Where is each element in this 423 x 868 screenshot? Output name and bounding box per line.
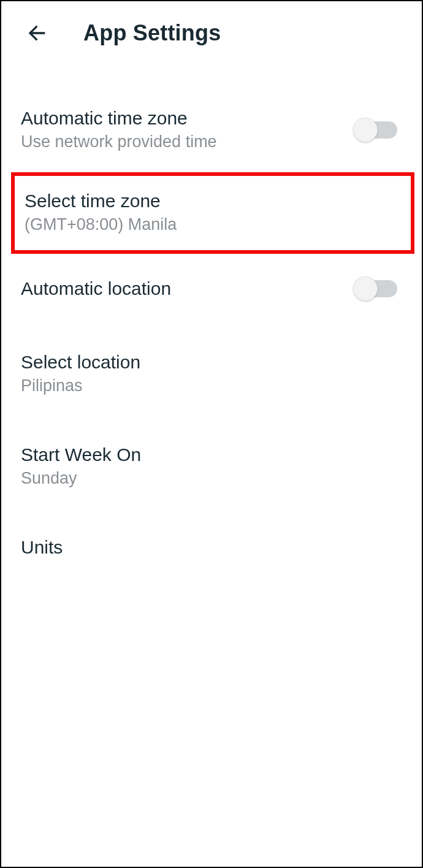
automatic-location-row[interactable]: Automatic location <box>1 260 422 318</box>
settings-list: Automatic time zone Use network provided… <box>1 59 422 573</box>
setting-text-block: Automatic location <box>21 278 171 299</box>
start-week-on-row[interactable]: Start Week On Sunday <box>1 432 422 503</box>
setting-text-block: Select location Pilipinas <box>21 352 140 395</box>
setting-text-block: Select time zone (GMT+08:00) Manila <box>25 191 177 234</box>
setting-title: Automatic location <box>21 278 171 299</box>
units-row[interactable]: Units <box>1 525 422 573</box>
back-button[interactable] <box>23 20 50 47</box>
setting-title: Start Week On <box>21 444 141 465</box>
app-settings-screen: App Settings Automatic time zone Use net… <box>0 0 423 868</box>
automatic-time-zone-row[interactable]: Automatic time zone Use network provided… <box>1 96 422 166</box>
spacer <box>1 410 422 432</box>
setting-subtitle: (GMT+08:00) Manila <box>25 215 177 234</box>
spacer <box>1 503 422 525</box>
setting-subtitle: Pilipinas <box>21 376 140 395</box>
select-location-row[interactable]: Select location Pilipinas <box>1 340 422 410</box>
automatic-time-zone-toggle[interactable] <box>357 121 397 139</box>
arrow-left-icon <box>25 21 49 45</box>
page-title: App Settings <box>83 20 221 46</box>
toggle-knob <box>353 118 378 142</box>
setting-title: Automatic time zone <box>21 108 217 129</box>
setting-subtitle: Sunday <box>21 469 141 488</box>
setting-title: Units <box>21 537 402 558</box>
setting-title: Select time zone <box>25 191 177 211</box>
setting-title: Select location <box>21 352 140 373</box>
select-time-zone-row[interactable]: Select time zone (GMT+08:00) Manila <box>11 172 414 254</box>
automatic-location-toggle[interactable] <box>357 280 397 297</box>
toggle-knob <box>353 276 378 301</box>
spacer <box>1 318 422 340</box>
setting-text-block: Automatic time zone Use network provided… <box>21 108 217 151</box>
header: App Settings <box>1 1 422 59</box>
setting-text-block: Start Week On Sunday <box>21 444 141 488</box>
setting-subtitle: Use network provided time <box>21 132 217 151</box>
